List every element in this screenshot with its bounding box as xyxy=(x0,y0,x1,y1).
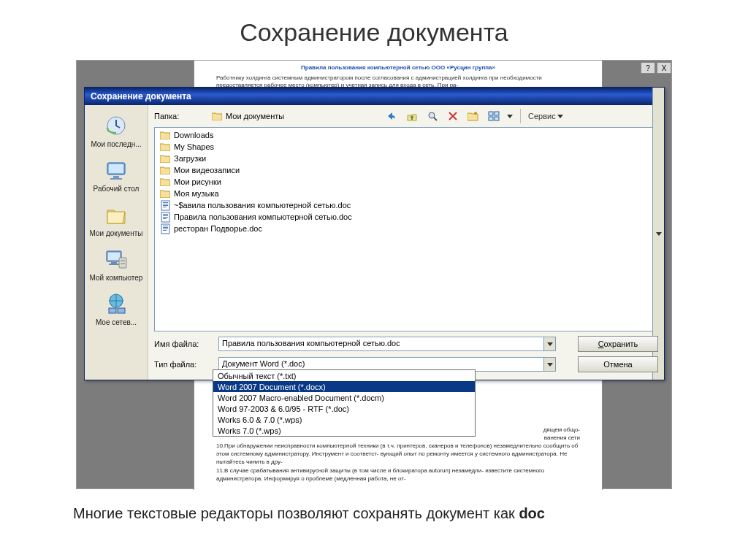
svg-rect-2 xyxy=(109,164,123,173)
svg-rect-4 xyxy=(110,178,122,180)
slide-caption: Многие текстовые редакторы позволяют сох… xyxy=(73,505,748,522)
svg-rect-26 xyxy=(163,214,168,215)
folder-label: Папка: xyxy=(154,112,205,120)
recent-icon xyxy=(103,112,129,139)
place-mycomp[interactable]: Мой компьютер xyxy=(86,243,146,286)
dialog-title: Сохранение документа xyxy=(91,91,191,101)
place-desktop[interactable]: Рабочий стол xyxy=(86,154,146,197)
file-item[interactable]: Downloads xyxy=(158,129,654,141)
chevron-down-icon xyxy=(543,358,555,371)
svg-rect-16 xyxy=(489,112,493,115)
folder-icon xyxy=(159,164,171,176)
back-button[interactable] xyxy=(384,109,399,123)
chevron-down-icon xyxy=(543,337,555,350)
filetype-dropdown[interactable]: Обычный текст (*.txt)Word 2007 Document … xyxy=(213,369,476,437)
views-dropdown-icon[interactable] xyxy=(507,115,513,118)
place-label: Мои последн... xyxy=(86,140,146,148)
place-label: Мой компьютер xyxy=(86,274,146,282)
svg-rect-32 xyxy=(163,227,168,228)
place-label: Мое сетев... xyxy=(86,318,146,326)
filetype-value: Документ Word (*.doc) xyxy=(222,359,305,368)
cancel-button[interactable]: Отмена xyxy=(578,356,658,372)
place-label: Рабочий стол xyxy=(86,185,146,193)
file-name: My Shapes xyxy=(174,142,214,151)
file-name: ~$авила пользования компьютерной сетью.d… xyxy=(174,201,351,210)
file-item[interactable]: Мои рисунки xyxy=(158,176,654,188)
filename-field[interactable]: Правила пользования компьютерной сетью.d… xyxy=(218,337,556,351)
place-mydocs[interactable]: Мои документы xyxy=(86,199,146,242)
save-button[interactable]: Сохранить xyxy=(578,336,658,352)
current-folder-text: Мои документы xyxy=(226,112,284,120)
folder-icon xyxy=(211,110,223,122)
document-icon xyxy=(159,199,171,211)
filetype-option[interactable]: Works 6.0 & 7.0 (*.wps) xyxy=(213,414,475,425)
svg-rect-13 xyxy=(109,308,116,313)
folder-icon xyxy=(159,129,171,141)
close-button[interactable]: X xyxy=(657,62,671,74)
file-item[interactable]: Мои видеозаписи xyxy=(158,164,654,176)
svg-rect-10 xyxy=(121,260,125,261)
file-name: Мои рисунки xyxy=(174,177,221,186)
svg-rect-3 xyxy=(113,176,119,178)
file-item[interactable]: Правила пользования компьютерной сетью.d… xyxy=(158,211,654,223)
save-button-text: охранить xyxy=(604,340,638,348)
svg-rect-14 xyxy=(118,308,125,313)
folder-icon xyxy=(159,153,171,164)
desktop-icon xyxy=(103,157,129,183)
slide-title: Сохранение документа xyxy=(0,18,748,47)
svg-rect-6 xyxy=(108,253,120,260)
file-item[interactable]: ~$авила пользования компьютерной сетью.d… xyxy=(158,199,654,211)
new-folder-button[interactable] xyxy=(466,109,481,123)
place-recent[interactable]: Мои последн... xyxy=(86,110,146,153)
filename-label: Имя файла: xyxy=(154,340,211,348)
svg-rect-18 xyxy=(489,117,493,120)
svg-rect-31 xyxy=(163,226,168,226)
help-button[interactable]: ? xyxy=(641,62,655,74)
svg-rect-33 xyxy=(163,229,168,229)
svg-rect-27 xyxy=(163,215,168,216)
filetype-option[interactable]: Word 2007 Document (*.docx) xyxy=(213,381,475,392)
service-menu[interactable]: Сервис xyxy=(528,112,563,120)
svg-rect-22 xyxy=(163,204,168,204)
svg-point-15 xyxy=(429,112,435,118)
svg-rect-19 xyxy=(495,117,499,120)
place-network[interactable]: Мое сетев... xyxy=(86,288,146,331)
svg-rect-17 xyxy=(495,112,499,115)
svg-rect-7 xyxy=(111,262,117,264)
folder-icon xyxy=(159,141,171,153)
dialog-toolbar: Папка: Мои документы xyxy=(148,105,664,127)
folder-combobox[interactable]: Мои документы xyxy=(211,110,368,122)
search-web-button[interactable] xyxy=(425,109,440,123)
bg-window-controls: ? X xyxy=(639,61,671,75)
file-item[interactable]: Моя музыка xyxy=(158,188,654,199)
mydocs-icon xyxy=(103,202,129,228)
file-item[interactable]: ресторан Подворье.doc xyxy=(158,223,654,234)
file-name: Правила пользования компьютерной сетью.d… xyxy=(174,212,352,221)
svg-rect-28 xyxy=(163,217,168,218)
file-item[interactable]: Загрузки xyxy=(158,153,654,164)
bg-doc-title: Правила пользования компьютерной сетью О… xyxy=(216,64,580,72)
file-name: Downloads xyxy=(174,131,213,139)
screenshot-area: ? X Правила пользования компьютерной сет… xyxy=(76,60,672,489)
folder-icon xyxy=(159,188,171,199)
up-one-level-button[interactable] xyxy=(405,109,419,123)
file-list[interactable]: DownloadsMy ShapesЗагрузкиМои видеозапис… xyxy=(154,127,658,331)
file-name: Загрузки xyxy=(174,154,206,163)
views-button[interactable] xyxy=(486,109,501,123)
file-item[interactable]: My Shapes xyxy=(158,141,654,153)
network-icon xyxy=(103,291,129,317)
filetype-option[interactable]: Word 2007 Macro-enabled Document (*.docm… xyxy=(213,392,475,403)
filename-value: Правила пользования компьютерной сетью.d… xyxy=(222,339,400,348)
svg-rect-29 xyxy=(163,218,167,219)
document-icon xyxy=(159,211,171,223)
svg-rect-8 xyxy=(109,264,119,265)
svg-rect-24 xyxy=(163,207,167,207)
filetype-option[interactable]: Works 7.0 (*.wps) xyxy=(213,425,475,436)
dialog-titlebar: Сохранение документа xyxy=(85,88,664,105)
filetype-option[interactable]: Обычный текст (*.txt) xyxy=(213,370,475,381)
delete-button[interactable] xyxy=(446,109,460,123)
dialog-footer: Имя файла: Правила пользования компьютер… xyxy=(148,331,664,380)
filetype-option[interactable]: Word 97-2003 & 6.0/95 - RTF (*.doc) xyxy=(213,403,475,414)
filetype-label: Тип файла: xyxy=(154,360,211,369)
mycomp-icon xyxy=(103,246,129,272)
